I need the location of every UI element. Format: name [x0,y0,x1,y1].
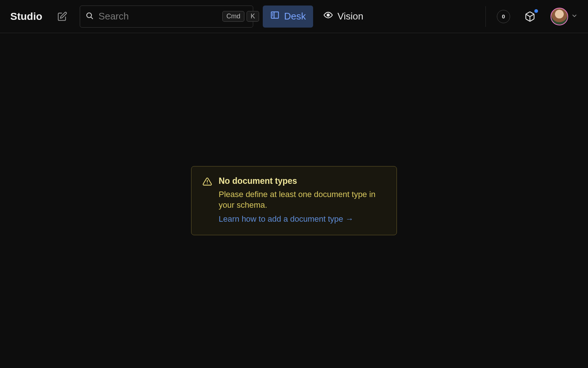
compose-button[interactable] [54,8,70,25]
notification-count: 0 [502,13,505,19]
topbar: Studio Cmd K [0,0,588,33]
update-dot-icon [534,9,538,13]
kbd-mod: Cmd [222,11,244,22]
warning-card: No document types Please define at least… [191,166,397,235]
search-input[interactable] [98,11,218,22]
warning-title: No document types [219,176,386,186]
tab-desk[interactable]: Desk [263,6,313,28]
search-field[interactable]: Cmd K [80,6,253,28]
tab-label: Vision [337,11,363,22]
kbd-key: K [247,11,259,22]
avatar [551,8,568,25]
svg-point-10 [207,183,208,184]
warning-link[interactable]: Learn how to add a document type → [219,214,354,224]
eye-icon [323,10,333,22]
warning-link-text: Learn how to add a document type → [219,214,354,224]
warning-icon [202,176,212,224]
svg-point-7 [327,14,330,17]
search-icon [85,11,94,22]
package-icon [524,11,535,22]
content-area: No document types Please define at least… [0,33,588,368]
panel-icon [270,10,280,22]
package-button[interactable] [522,8,538,25]
notification-count-badge[interactable]: 0 [497,10,510,23]
warning-description: Please define at least one document type… [219,189,386,210]
search-shortcut: Cmd K [222,11,259,22]
compose-icon [57,11,67,22]
user-menu[interactable] [551,8,578,25]
tab-label: Desk [284,11,306,22]
tab-vision[interactable]: Vision [316,6,370,28]
divider [485,6,486,27]
chevron-down-icon [571,12,578,21]
nav-tabs: Desk Vision [263,6,371,28]
app-title: Studio [10,11,42,22]
svg-line-1 [91,17,93,19]
